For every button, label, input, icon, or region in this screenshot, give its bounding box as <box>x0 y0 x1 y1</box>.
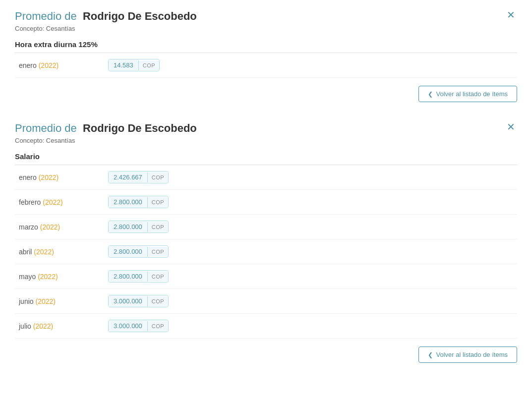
section-1-back-container: ❮ Volver al listado de ítems <box>15 86 517 107</box>
month-year: (2022) <box>38 273 58 281</box>
amount-badge: 2.800.000 COP <box>108 196 169 208</box>
amount-currency: COP <box>147 172 168 182</box>
table-row: mayo (2022) 2.800.000 COP <box>15 264 517 289</box>
month-label: mayo (2022) <box>19 273 108 281</box>
section-1-category: Hora extra diurna 125% <box>15 40 517 49</box>
close-icon: ✕ <box>507 9 515 20</box>
section-1-header: Promedio de Rodrigo De Escobedo ✕ <box>15 10 517 23</box>
month-label: marzo (2022) <box>19 223 108 231</box>
section-2-title: Promedio de Rodrigo De Escobedo <box>15 122 197 135</box>
chevron-left-icon-2: ❮ <box>428 351 433 358</box>
month-label: junio (2022) <box>19 297 108 305</box>
month-label: enero (2022) <box>19 173 108 181</box>
table-row: junio (2022) 3.000.000 COP <box>15 289 517 314</box>
amount-badge: 2.800.000 COP <box>108 221 169 233</box>
section-2: Promedio de Rodrigo De Escobedo ✕ Concep… <box>15 122 517 368</box>
section-1-title: Promedio de Rodrigo De Escobedo <box>15 10 197 23</box>
section-1-back-label: Volver al listado de ítems <box>436 90 508 98</box>
amount-badge: 2.800.000 COP <box>108 245 169 258</box>
amount-value: 2.426.667 <box>109 172 147 183</box>
month-label: abril (2022) <box>19 248 108 256</box>
amount-value: 2.800.000 <box>109 196 147 208</box>
section-1-title-prefix: Promedio de <box>15 10 77 22</box>
amount-badge: 3.000.000 COP <box>108 295 169 307</box>
amount-currency: COP <box>147 272 168 282</box>
section-2-close-button[interactable]: ✕ <box>505 122 517 132</box>
amount-currency: COP <box>147 321 168 331</box>
amount-value: 2.800.000 <box>109 271 147 282</box>
section-2-title-name: Rodrigo De Escobedo <box>83 122 197 134</box>
month-year: (2022) <box>39 61 59 69</box>
section-2-category: Salario <box>15 152 517 161</box>
month-year: (2022) <box>43 198 62 206</box>
amount-badge: 14.583 COP <box>108 59 160 71</box>
section-1-concept: Concepto: Cesantías <box>15 25 517 32</box>
month-label: julio (2022) <box>19 322 108 330</box>
amount-currency: COP <box>147 222 168 232</box>
month-label: enero (2022) <box>19 61 108 69</box>
amount-badge: 2.426.667 COP <box>108 171 169 183</box>
amount-currency: COP <box>147 296 168 306</box>
amount-currency: COP <box>147 247 168 257</box>
amount-currency: COP <box>147 197 168 207</box>
section-1-close-button[interactable]: ✕ <box>505 10 517 20</box>
month-label: febrero (2022) <box>19 198 108 206</box>
section-1-back-button[interactable]: ❮ Volver al listado de ítems <box>418 86 517 102</box>
section-2-concept: Concepto: Cesantías <box>15 137 517 144</box>
table-row: marzo (2022) 2.800.000 COP <box>15 215 517 239</box>
section-2-back-container: ❮ Volver al listado de ítems <box>15 346 517 368</box>
month-year: (2022) <box>33 322 53 330</box>
amount-currency: COP <box>138 60 159 70</box>
section-2-table: enero (2022) 2.426.667 COP febrero (2022… <box>15 165 517 339</box>
month-year: (2022) <box>40 223 60 231</box>
amount-badge: 2.800.000 COP <box>108 270 169 283</box>
section-2-header: Promedio de Rodrigo De Escobedo ✕ <box>15 122 517 135</box>
section-2-title-prefix: Promedio de <box>15 122 77 134</box>
section-2-back-label: Volver al listado de ítems <box>436 351 508 358</box>
month-year: (2022) <box>35 297 55 305</box>
amount-badge: 3.000.000 COP <box>108 320 169 332</box>
month-year: (2022) <box>39 173 59 181</box>
amount-value: 3.000.000 <box>109 295 147 307</box>
table-row: enero (2022) 2.426.667 COP <box>15 165 517 190</box>
section-2-back-button[interactable]: ❮ Volver al listado de ítems <box>418 346 517 363</box>
table-row: abril (2022) 2.800.000 COP <box>15 239 517 264</box>
table-row: enero (2022) 14.583 COP <box>15 53 517 78</box>
month-year: (2022) <box>34 248 54 256</box>
amount-value: 14.583 <box>109 59 138 71</box>
chevron-left-icon: ❮ <box>428 91 433 98</box>
section-1-title-name: Rodrigo De Escobedo <box>83 10 197 22</box>
section-1: Promedio de Rodrigo De Escobedo ✕ Concep… <box>15 10 517 107</box>
table-row: febrero (2022) 2.800.000 COP <box>15 190 517 215</box>
amount-value: 2.800.000 <box>109 221 147 232</box>
amount-value: 3.000.000 <box>109 320 147 332</box>
close-icon-2: ✕ <box>507 121 515 132</box>
amount-value: 2.800.000 <box>109 246 147 257</box>
table-row: julio (2022) 3.000.000 COP <box>15 314 517 339</box>
